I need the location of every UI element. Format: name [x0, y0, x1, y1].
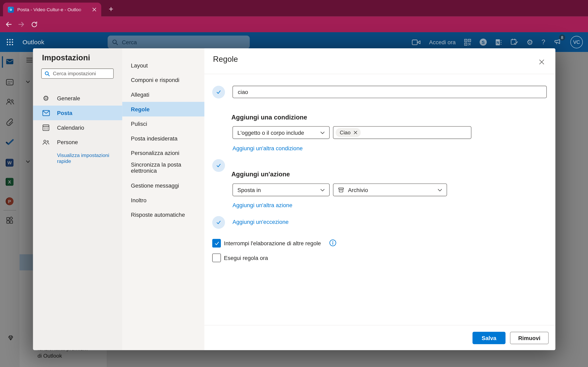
category-calendario[interactable]: Calendario: [33, 120, 122, 135]
condition-select[interactable]: L'oggetto o il corpo include: [233, 126, 330, 139]
settings-dialog: Impostazioni ⚙ Generale Posta: [33, 48, 555, 350]
chip-remove-icon[interactable]: [354, 131, 357, 134]
folder-select[interactable]: Archivio: [333, 184, 447, 196]
chevron-down-icon: [320, 131, 325, 134]
header-search-input[interactable]: [122, 39, 234, 45]
rules-panel-title: Regole: [213, 55, 238, 64]
notification-badge: 8: [559, 34, 565, 40]
settings-category-column: Impostazioni ⚙ Generale Posta: [33, 48, 122, 350]
condition-valid-check-icon: [212, 159, 225, 172]
category-persone[interactable]: Persone: [33, 135, 122, 150]
section-posta-indesiderata[interactable]: Posta indesiderata: [122, 131, 204, 146]
sign-in-link[interactable]: Accedi ora: [429, 39, 456, 45]
onenote-feed-icon[interactable]: N: [495, 38, 502, 46]
reload-button[interactable]: [28, 18, 40, 31]
settings-title: Impostazioni: [42, 53, 90, 62]
archive-folder-icon: [338, 187, 344, 193]
outlook-logo[interactable]: Outlook: [22, 39, 44, 46]
action-valid-check-icon: [212, 216, 225, 229]
condition-chip: Ciao: [336, 128, 361, 137]
tab-close-icon[interactable]: [91, 6, 97, 13]
chevron-down-icon: [438, 189, 442, 191]
section-risposte-automatiche[interactable]: Risposte automatiche: [122, 208, 204, 222]
settings-search-input[interactable]: [53, 71, 105, 76]
name-valid-check-icon: [212, 86, 225, 99]
section-allegati[interactable]: Allegati: [122, 87, 204, 102]
stop-processing-label: Interrompi l'elaborazione di altre regol…: [224, 240, 321, 246]
add-condition-link[interactable]: Aggiungi un'altra condizione: [233, 145, 303, 151]
section-inoltro[interactable]: Inoltro: [122, 193, 204, 208]
new-tab-button[interactable]: +: [106, 4, 116, 14]
panel-footer-divider: [204, 325, 555, 325]
add-exception-link[interactable]: Aggiungi un'eccezione: [233, 219, 289, 225]
people-outline-icon: [42, 138, 50, 146]
gear-icon: ⚙: [42, 94, 50, 102]
remove-button[interactable]: Rimuovi: [510, 332, 549, 344]
save-button[interactable]: Salva: [472, 332, 506, 344]
rules-panel: Regole Aggiungi una condizione L'oggetto…: [204, 48, 555, 350]
calendar-outline-icon: [42, 124, 50, 132]
mail-outline-icon: [42, 109, 50, 117]
browser-tab[interactable]: o Posta - Video Cultur-e - Outloo: [3, 3, 101, 17]
browser-toolbar: outlook.live.com/mail/0/options/mail/rul…: [0, 17, 588, 32]
whats-new-megaphone-icon[interactable]: 8: [553, 38, 562, 46]
app-launcher-waffle-icon[interactable]: [0, 32, 20, 52]
action-select[interactable]: Sposta in: [233, 184, 330, 196]
tab-title: Posta - Video Cultur-e - Outloo: [17, 7, 91, 12]
account-avatar[interactable]: VC: [571, 36, 583, 48]
outlook-favicon-icon: o: [8, 7, 14, 12]
close-icon[interactable]: [538, 58, 545, 66]
section-sincronizza-posta[interactable]: Sincronizza la posta elettronica: [122, 160, 204, 178]
stop-processing-checkbox[interactable]: [212, 239, 221, 248]
chevron-down-icon: [320, 189, 325, 191]
quick-settings-link[interactable]: Visualizza impostazioni rapide: [57, 152, 117, 165]
run-rule-checkbox[interactable]: [212, 253, 221, 262]
rule-name-input[interactable]: [233, 86, 547, 98]
back-button[interactable]: [2, 18, 15, 31]
section-personalizza-azioni[interactable]: Personalizza azioni: [122, 146, 204, 160]
skype-icon[interactable]: S: [480, 39, 487, 46]
run-rule-label: Esegui regola ora: [224, 255, 268, 261]
settings-gear-icon[interactable]: ⚙: [527, 38, 533, 46]
category-generale[interactable]: ⚙ Generale: [33, 91, 122, 106]
condition-heading: Aggiungi una condizione: [231, 114, 307, 121]
settings-section-column: Layout Componi e rispondi Allegati Regol…: [122, 48, 204, 350]
section-layout[interactable]: Layout: [122, 58, 204, 73]
search-icon: [112, 39, 118, 45]
help-icon[interactable]: ?: [541, 38, 545, 46]
qr-code-icon[interactable]: [464, 38, 471, 46]
section-regole[interactable]: Regole: [122, 102, 204, 117]
search-icon: [45, 71, 50, 76]
screen: o Posta - Video Cultur-e - Outloo + outl…: [0, 0, 588, 367]
svg-text:N: N: [497, 40, 499, 44]
add-action-link[interactable]: Aggiungi un'altra azione: [233, 202, 292, 208]
browser-titlebar: o Posta - Video Cultur-e - Outloo +: [0, 0, 588, 17]
header-search-box[interactable]: [108, 35, 250, 49]
todo-calendar-icon[interactable]: [510, 38, 518, 46]
section-pulisci[interactable]: Pulisci: [122, 117, 204, 131]
section-componi-e-rispondi[interactable]: Componi e rispondi: [122, 73, 204, 87]
panel-header-divider: [204, 74, 555, 74]
section-gestione-messaggi[interactable]: Gestione messaggi: [122, 178, 204, 193]
condition-value-box[interactable]: Ciao: [333, 126, 471, 139]
category-posta[interactable]: Posta: [33, 106, 122, 120]
info-icon[interactable]: [329, 239, 337, 247]
meet-camera-icon[interactable]: [412, 39, 421, 45]
settings-search-box[interactable]: [41, 68, 113, 79]
action-heading: Aggiungi un'azione: [231, 171, 290, 178]
forward-button[interactable]: [15, 18, 27, 31]
